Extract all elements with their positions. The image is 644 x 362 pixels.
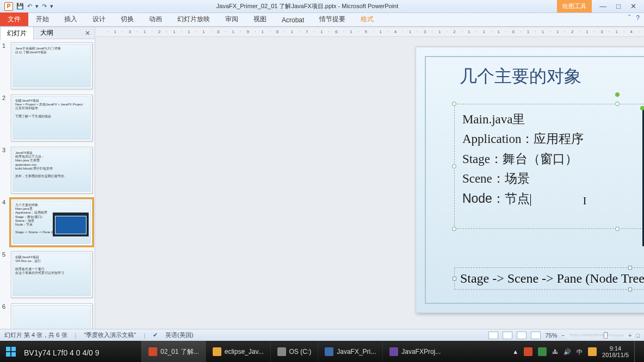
slides-tab[interactable]: 幻灯片: [0, 27, 34, 40]
ribbon-tabs: 文件 开始 插入 设计 切换 动画 幻灯片放映 审阅 视图 Acrobat 情节…: [0, 13, 644, 27]
tray-up-icon[interactable]: ▲: [512, 348, 518, 355]
taskbar-item[interactable]: JavaFX_Pri...: [318, 341, 382, 362]
slide-thumbnail[interactable]: 1Java平台编程 JavaFX入门 对象(2.1) 了解JavaFX项目: [2, 42, 92, 89]
slide-thumbnail[interactable]: 5创建JavaFX项目VM Run as...运行 程序会生成一个窗口在这个简单…: [2, 251, 92, 298]
horizontal-ruler: · 1 · 3 · 1 · 2 · 1 · 1 · 1 · 0 · 1 · 9 …: [95, 27, 644, 37]
title-bar: P 💾 ↶ ▾ ↷ ▾ JavaFX_Primer_02_01 了解JavaFX…: [0, 0, 644, 13]
system-tray: ▲ 🖧 🔊 中 9:142018/11/5: [507, 341, 644, 362]
taskbar-item[interactable]: JavaFXProj...: [382, 341, 447, 362]
content-line: Stage：舞台（窗口）: [462, 149, 644, 169]
footer-text: Stage -> Scene -> Pane (Node Tree): [460, 271, 644, 286]
qat-redo-icon[interactable]: ↷: [42, 3, 47, 10]
svg-rect-3: [11, 352, 16, 357]
normal-view-button[interactable]: [488, 332, 498, 339]
sorter-view-button[interactable]: [503, 332, 512, 339]
tray-app-icon[interactable]: [588, 347, 597, 356]
contextual-tab-label: 绘图工具: [557, 0, 592, 13]
thumbnail-pane: 幻灯片 大纲 ✕ 1Java平台编程 JavaFX入门 对象(2.1) 了解Ja…: [0, 27, 95, 329]
taskbar-item[interactable]: OS (C:): [270, 341, 318, 362]
panel-tabs: 幻灯片 大纲 ✕: [0, 27, 95, 39]
tray-ime-icon[interactable]: 中: [577, 348, 583, 356]
svg-rect-2: [6, 352, 10, 357]
quick-access-toolbar: P 💾 ↶ ▾ ↷ ▾: [0, 2, 58, 11]
close-button[interactable]: ✕: [630, 2, 636, 10]
panel-close-icon[interactable]: ✕: [81, 29, 95, 37]
tray-volume-icon[interactable]: 🔊: [564, 348, 571, 355]
theme-name: "季度收入演示文稿": [84, 331, 136, 339]
content-line: Main.java里: [462, 110, 644, 129]
outline-tab[interactable]: 大纲: [34, 27, 60, 39]
tray-network-icon[interactable]: 🖧: [552, 348, 558, 355]
tab-slideshow[interactable]: 幻灯片放映: [170, 13, 218, 26]
qat-more-icon[interactable]: ▾: [35, 3, 39, 10]
slide-thumbnail[interactable]: 3JavaFX项目程序包含以下几块：Main.java 主界面applicati…: [2, 147, 92, 194]
language-status[interactable]: 英语(美国): [165, 331, 193, 339]
rotate-handle[interactable]: [640, 106, 644, 110]
taskbar-item[interactable]: eclipse_Jav...: [206, 341, 270, 362]
slide-thumbnail[interactable]: 2创建JavaFX项目New > Project > 其他JavaFX > Ja…: [2, 95, 92, 141]
slide-thumbnail[interactable]: 4几个主要的对象Main.java里Application：应用程序Stage：…: [2, 199, 92, 246]
reading-view-button[interactable]: [517, 332, 527, 339]
status-bar: 幻灯片 第 4 张，共 6 张 | "季度收入演示文稿" | ✔ 英语(美国) …: [0, 329, 644, 341]
slideshow-view-button[interactable]: [531, 332, 541, 339]
tray-app-icon[interactable]: [524, 347, 532, 356]
thumbnail-list: 1Java平台编程 JavaFX入门 对象(2.1) 了解JavaFX项目2创建…: [0, 39, 95, 329]
tab-review[interactable]: 审阅: [218, 13, 246, 26]
slide-title[interactable]: 几个主要的对象: [460, 65, 644, 89]
tab-file[interactable]: 文件: [0, 13, 28, 26]
help-icon[interactable]: ?: [636, 14, 640, 22]
slide-position: 幻灯片 第 4 张，共 6 张: [4, 331, 67, 339]
maximize-button[interactable]: □: [616, 2, 621, 10]
tab-transitions[interactable]: 切换: [113, 13, 141, 26]
tab-animations[interactable]: 动画: [141, 13, 170, 26]
svg-rect-1: [11, 347, 16, 351]
content-textbox[interactable]: Main.java里 Application：应用程序 Stage：舞台（窗口）…: [454, 104, 644, 229]
tab-acrobat[interactable]: Acrobat: [274, 14, 312, 26]
slide[interactable]: 几个主要的对象 Main.java里 Application：应用程序 Stag…: [416, 47, 644, 313]
qat-dropdown-icon[interactable]: ▾: [50, 3, 53, 10]
show-desktop-button[interactable]: [634, 341, 639, 362]
window-title: JavaFX_Primer_02_01 了解JavaFX项目.pptx - Mi…: [58, 2, 557, 10]
tray-app-icon[interactable]: [538, 347, 547, 356]
ibeam-cursor-icon: I: [583, 196, 586, 207]
content-line: Application：应用程序: [462, 129, 644, 149]
tab-design[interactable]: 设计: [85, 13, 113, 26]
work-area: 幻灯片 大纲 ✕ 1Java平台编程 JavaFX入门 对象(2.1) 了解Ja…: [0, 27, 644, 329]
taskbar-item[interactable]: 02_01 了解...: [141, 341, 206, 362]
tab-format[interactable]: 格式: [353, 13, 381, 26]
tab-home[interactable]: 开始: [28, 13, 57, 26]
slide-canvas[interactable]: 几个主要的对象 Main.java里 Application：应用程序 Stag…: [95, 37, 644, 329]
slide-thumbnail[interactable]: 6: [2, 303, 92, 329]
rotate-handle[interactable]: [615, 92, 620, 97]
footer-textbox[interactable]: Stage -> Scene -> Pane (Node Tree): [454, 267, 644, 290]
text-cursor: [530, 194, 531, 206]
content-line: Scene：场景: [462, 169, 644, 189]
content-line: Node：节点: [462, 189, 644, 209]
ribbon-collapse-icon[interactable]: ˇ: [628, 14, 630, 22]
qat-undo-icon[interactable]: ↶: [27, 3, 32, 10]
zoom-value: 75%: [545, 332, 557, 339]
qat-save-icon[interactable]: 💾: [16, 3, 24, 10]
start-button[interactable]: [0, 341, 22, 362]
app-logo: P: [4, 2, 13, 11]
taskbar-clock[interactable]: 9:142018/11/5: [602, 345, 629, 358]
tab-view[interactable]: 视图: [246, 13, 274, 26]
tab-storyline[interactable]: 情节提要: [312, 13, 353, 26]
window-buttons: — □ ✕: [592, 2, 644, 10]
windows-taskbar: BV1y74 L7f0 4 0 4/0 9 02_01 了解...eclipse…: [0, 341, 644, 362]
tab-insert[interactable]: 插入: [57, 13, 85, 26]
video-overlay-text: BV1y74 L7f0 4 0 4/0 9: [24, 348, 100, 357]
slide-editor: · 1 · 3 · 1 · 2 · 1 · 1 · 1 · 0 · 1 · 9 …: [95, 27, 644, 329]
minimize-button[interactable]: —: [599, 2, 606, 10]
svg-rect-0: [6, 347, 10, 351]
watermark-url: https://blog.csdn.net/772384419: [564, 334, 641, 340]
